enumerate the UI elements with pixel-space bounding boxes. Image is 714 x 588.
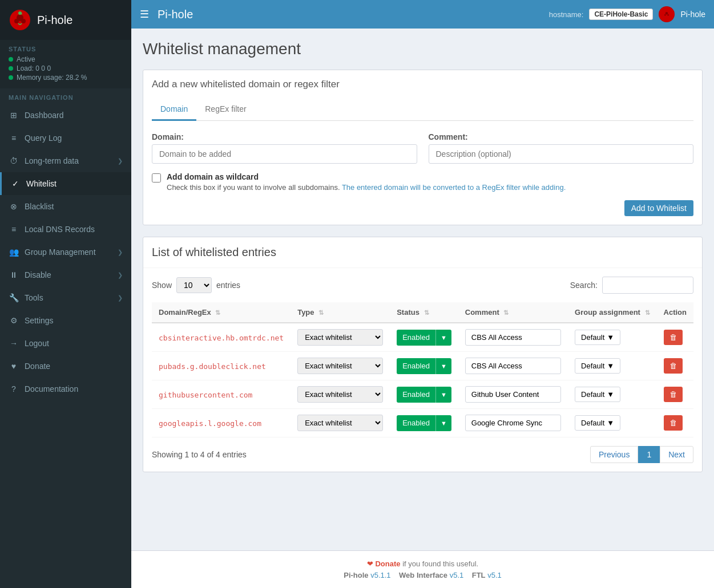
- enabled-toggle-2[interactable]: Enabled ▼: [397, 387, 451, 403]
- group-select-1[interactable]: Default ▼: [575, 358, 620, 374]
- tab-regex[interactable]: RegEx filter: [196, 99, 255, 121]
- delete-button-1[interactable]: 🗑: [664, 358, 683, 374]
- blacklist-icon: ⊗: [9, 202, 19, 211]
- hamburger-menu-icon[interactable]: ☰: [140, 8, 149, 21]
- col-type: Type ⇅: [291, 302, 390, 323]
- sidebar-item-group-management[interactable]: 👥 Group Management ❯: [0, 241, 131, 263]
- col-domain: Domain/RegEx ⇅: [152, 302, 291, 323]
- enabled-toggle-1[interactable]: Enabled ▼: [397, 358, 451, 374]
- domain-input[interactable]: [152, 144, 417, 164]
- enabled-toggle-3[interactable]: Enabled ▼: [397, 415, 451, 431]
- long-term-icon: ⏱: [9, 156, 19, 165]
- type-select-1[interactable]: Exact whitelist RegEx whitelist: [297, 358, 383, 374]
- group-icon: 👥: [9, 248, 19, 257]
- comment-field-3[interactable]: [465, 415, 561, 431]
- pagination-row: Showing 1 to 4 of 4 entries Previous 1 N…: [152, 446, 693, 463]
- type-select-0[interactable]: Exact whitelist RegEx whitelist: [297, 329, 383, 346]
- sidebar-item-disable[interactable]: ⏸ Disable ❯: [0, 263, 131, 286]
- comment-label: Comment:: [429, 132, 694, 141]
- sidebar: Pi-hole Status Active Load: 0 0 0 Memory…: [0, 0, 131, 588]
- status-load: Load: 0 0 0: [9, 64, 123, 72]
- next-button[interactable]: Next: [660, 446, 693, 463]
- delete-button-0[interactable]: 🗑: [664, 330, 683, 345]
- comment-input[interactable]: [429, 144, 694, 164]
- disable-icon: ⏸: [9, 270, 19, 279]
- group-select-3[interactable]: Default ▼: [575, 415, 620, 431]
- search-box: Search:: [570, 277, 693, 294]
- comment-cell-2: [458, 380, 568, 409]
- sidebar-item-dashboard[interactable]: ⊞ Dashboard: [0, 104, 131, 127]
- delete-button-3[interactable]: 🗑: [664, 415, 683, 431]
- toggle-chevron-icon-1: ▼: [436, 360, 451, 372]
- sort-domain-icon[interactable]: ⇅: [215, 309, 220, 316]
- tools-icon: 🔧: [9, 293, 19, 302]
- sidebar-item-settings[interactable]: ⚙ Settings: [0, 309, 131, 332]
- ftl-label: FTL: [472, 571, 486, 579]
- domain-cell-2: githubusercontent.com: [152, 380, 291, 409]
- ftl-version[interactable]: v5.1: [487, 571, 502, 579]
- sidebar-item-logout[interactable]: → Logout: [0, 332, 131, 355]
- svg-point-2: [14, 19, 19, 23]
- sort-comment-icon[interactable]: ⇅: [503, 309, 509, 316]
- sidebar-item-local-dns[interactable]: ≡ Local DNS Records: [0, 218, 131, 241]
- group-select-0[interactable]: Default ▼: [575, 330, 620, 345]
- footer-text: if you found this useful.: [402, 559, 478, 568]
- comment-group: Comment:: [429, 132, 694, 164]
- top-brand: Pi-hole: [158, 8, 193, 21]
- sort-group-icon[interactable]: ⇅: [645, 309, 650, 316]
- group-select-2[interactable]: Default ▼: [575, 387, 620, 402]
- domain-link-1[interactable]: pubads.g.doubleclick.net: [159, 362, 266, 371]
- sidebar-item-tools[interactable]: 🔧 Tools ❯: [0, 286, 131, 309]
- sidebar-item-documentation[interactable]: ? Documentation: [0, 378, 131, 400]
- comment-field-0[interactable]: [465, 329, 561, 346]
- type-select-3[interactable]: Exact whitelist RegEx whitelist: [297, 415, 383, 431]
- donate-link[interactable]: Donate: [375, 559, 400, 568]
- delete-button-2[interactable]: 🗑: [664, 387, 683, 402]
- tab-domain[interactable]: Domain: [152, 99, 196, 121]
- group-cell-1: Default ▼: [568, 352, 656, 380]
- domain-link-3[interactable]: googleapis.l.google.com: [159, 419, 261, 428]
- sidebar-item-query-log[interactable]: ≡ Query Log: [0, 127, 131, 149]
- entries-per-page-select[interactable]: 10 25 50 100: [176, 277, 212, 293]
- status-cell-3: Enabled ▼: [390, 409, 458, 437]
- type-select-2[interactable]: Exact whitelist RegEx whitelist: [297, 386, 383, 403]
- domain-link-2[interactable]: githubusercontent.com: [159, 391, 252, 399]
- webinterface-label: Web Interface: [399, 571, 447, 579]
- toggle-chevron-icon-2: ▼: [436, 388, 451, 401]
- previous-button[interactable]: Previous: [590, 446, 638, 463]
- pihole-footer-label: Pi-hole: [344, 571, 368, 579]
- search-input[interactable]: [602, 277, 693, 294]
- trash-icon-2: 🗑: [669, 390, 677, 399]
- comment-cell-3: [458, 409, 568, 437]
- whitelist-table: Domain/RegEx ⇅ Type ⇅ Status ⇅: [152, 302, 693, 437]
- sidebar-item-blacklist[interactable]: ⊗ Blacklist: [0, 195, 131, 218]
- pihole-version[interactable]: v5.1.1: [370, 571, 390, 579]
- sidebar-item-whitelist[interactable]: ✓ Whitelist: [0, 172, 131, 195]
- comment-field-2[interactable]: [465, 386, 561, 403]
- trash-icon-1: 🗑: [669, 362, 677, 370]
- group-cell-3: Default ▼: [568, 409, 656, 437]
- donate-icon: ♥: [9, 362, 19, 371]
- comment-field-1[interactable]: [465, 358, 561, 374]
- sidebar-item-donate[interactable]: ♥ Donate: [0, 355, 131, 378]
- webinterface-version[interactable]: v5.1: [450, 571, 464, 579]
- group-cell-0: Default ▼: [568, 323, 656, 352]
- group-chevron-icon-3: ▼: [607, 419, 614, 427]
- sort-type-icon[interactable]: ⇅: [318, 309, 324, 316]
- dashboard-icon: ⊞: [9, 111, 19, 120]
- enabled-toggle-0[interactable]: Enabled ▼: [397, 330, 451, 346]
- svg-point-8: [668, 14, 669, 16]
- domain-link-0[interactable]: cbsinteractive.hb.omtrdc.net: [159, 334, 284, 342]
- wildcard-checkbox[interactable]: [152, 173, 161, 183]
- action-cell-3: 🗑: [657, 409, 693, 437]
- type-cell-1: Exact whitelist RegEx whitelist: [291, 352, 390, 380]
- add-to-whitelist-button[interactable]: Add to Whitelist: [624, 200, 693, 216]
- domain-label: Domain:: [152, 132, 417, 141]
- page-1-button[interactable]: 1: [638, 446, 660, 463]
- local-dns-icon: ≡: [9, 225, 19, 234]
- group-cell-2: Default ▼: [568, 380, 656, 409]
- sort-status-icon[interactable]: ⇅: [424, 309, 429, 316]
- search-label: Search:: [570, 281, 598, 290]
- sidebar-item-long-term-data[interactable]: ⏱ Long-term data ❯: [0, 149, 131, 172]
- domain-group: Domain:: [152, 132, 417, 164]
